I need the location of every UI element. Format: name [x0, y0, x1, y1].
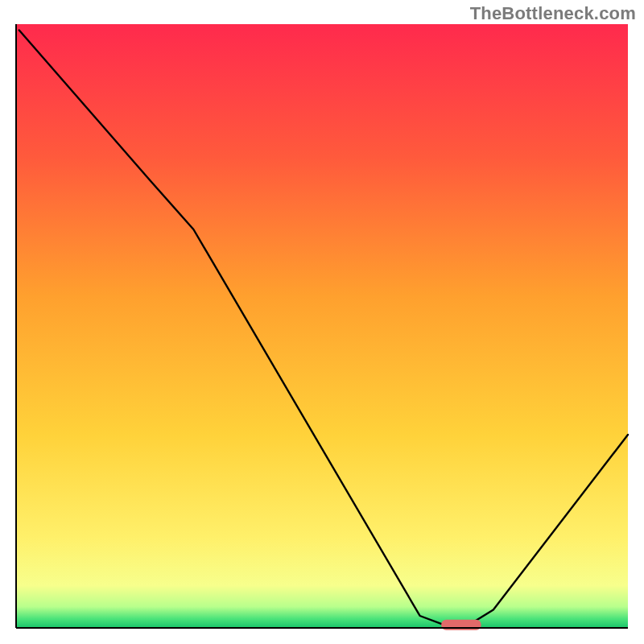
- plot-area: [16, 24, 628, 630]
- bottleneck-chart: [0, 0, 644, 644]
- heat-background: [16, 24, 628, 628]
- watermark-label: TheBottleneck.com: [470, 3, 636, 24]
- chart-container: TheBottleneck.com: [0, 0, 644, 644]
